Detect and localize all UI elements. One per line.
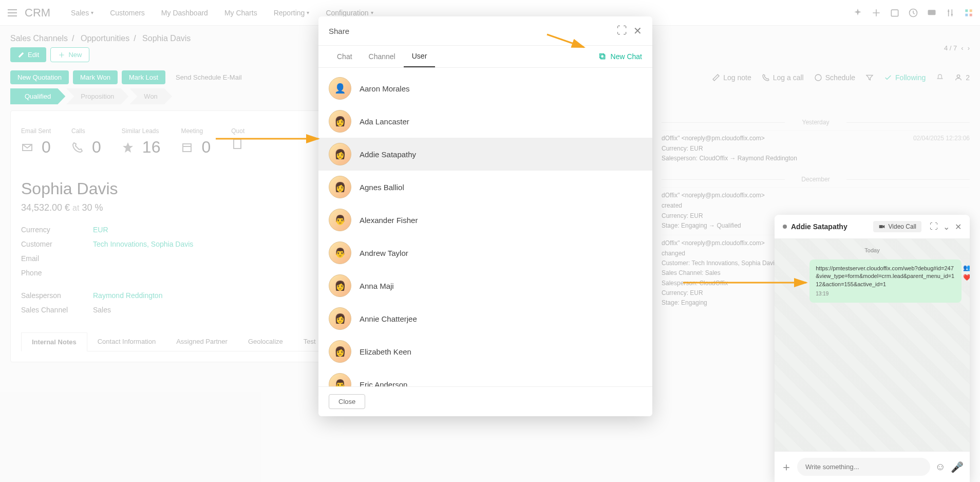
svg-rect-15 bbox=[599, 54, 604, 58]
avatar: 👨 bbox=[329, 242, 351, 264]
avatar: 👨 bbox=[329, 373, 351, 386]
modal-tab-user[interactable]: User bbox=[404, 46, 436, 67]
reaction-icons[interactable]: 👥 ❤️ bbox=[963, 264, 970, 282]
avatar: 👩 bbox=[329, 274, 351, 297]
avatar: 👤 bbox=[329, 77, 351, 100]
chat-message[interactable]: https://pmtestserver.cloudoffix.com/web?… bbox=[809, 259, 962, 303]
video-call-button[interactable]: Video Call bbox=[873, 221, 921, 232]
mic-icon[interactable]: 🎤 bbox=[951, 461, 964, 473]
modal-tab-channel[interactable]: Channel bbox=[361, 46, 404, 67]
avatar: 👩 bbox=[329, 307, 351, 330]
user-item[interactable]: 👩Agnes Balliol bbox=[318, 171, 652, 203]
user-item[interactable]: 👨Eric Anderson bbox=[318, 368, 652, 386]
user-item-selected[interactable]: 👩Addie Satapathy bbox=[318, 138, 652, 171]
video-icon bbox=[878, 223, 885, 230]
svg-rect-14 bbox=[600, 55, 605, 59]
attach-icon[interactable]: ＋ bbox=[781, 459, 792, 475]
chat-body[interactable]: Today https://pmtestserver.cloudoffix.co… bbox=[775, 239, 970, 451]
user-item[interactable]: 👨Alexander Fisher bbox=[318, 203, 652, 236]
expand-icon[interactable]: ⛶ bbox=[617, 25, 627, 37]
user-item[interactable]: 👩Elizabeth Keen bbox=[318, 335, 652, 368]
avatar: 👩 bbox=[329, 176, 351, 198]
user-item[interactable]: 👩Ada Lancaster bbox=[318, 105, 652, 138]
avatar: 👩 bbox=[329, 340, 351, 363]
chat-header: Addie Satapathy Video Call ⛶ ⌄ ✕ bbox=[775, 215, 970, 239]
user-item[interactable]: 👩Anna Maji bbox=[318, 269, 652, 302]
expand-icon[interactable]: ⛶ bbox=[930, 222, 938, 232]
modal-tabs: Chat Channel User New Chat bbox=[318, 46, 652, 68]
close-icon[interactable]: ✕ bbox=[955, 222, 962, 232]
modal-tab-chat[interactable]: Chat bbox=[329, 46, 361, 67]
emoji-icon[interactable]: ☺ bbox=[935, 461, 946, 473]
chat-input-row: ＋ ☺ 🎤 bbox=[775, 451, 970, 482]
avatar: 👩 bbox=[329, 110, 351, 133]
avatar: 👩 bbox=[329, 143, 351, 165]
close-icon[interactable]: ✕ bbox=[633, 25, 642, 37]
chat-input[interactable] bbox=[797, 458, 930, 476]
chat-date-today: Today bbox=[783, 247, 962, 253]
user-item[interactable]: 👩Annie Chatterjee bbox=[318, 302, 652, 335]
new-chat-button[interactable]: New Chat bbox=[598, 52, 642, 61]
chat-contact-name: Addie Satapathy bbox=[791, 223, 869, 231]
avatar: 👨 bbox=[329, 209, 351, 231]
modal-close-button[interactable]: Close bbox=[329, 394, 365, 409]
user-item[interactable]: 👨Andrew Taylor bbox=[318, 236, 652, 269]
svg-rect-16 bbox=[879, 225, 882, 228]
user-item[interactable]: 👤Aaron Morales bbox=[318, 72, 652, 105]
chat-widget: Addie Satapathy Video Call ⛶ ⌄ ✕ Today h… bbox=[775, 215, 970, 482]
copy-icon bbox=[598, 52, 607, 61]
user-list[interactable]: 👤Aaron Morales 👩Ada Lancaster 👩Addie Sat… bbox=[318, 68, 652, 386]
status-dot bbox=[783, 225, 787, 229]
modal-title: Share bbox=[329, 27, 349, 35]
share-modal: Share ⛶ ✕ Chat Channel User New Chat 👤Aa… bbox=[318, 16, 652, 416]
minimize-icon[interactable]: ⌄ bbox=[943, 222, 950, 232]
